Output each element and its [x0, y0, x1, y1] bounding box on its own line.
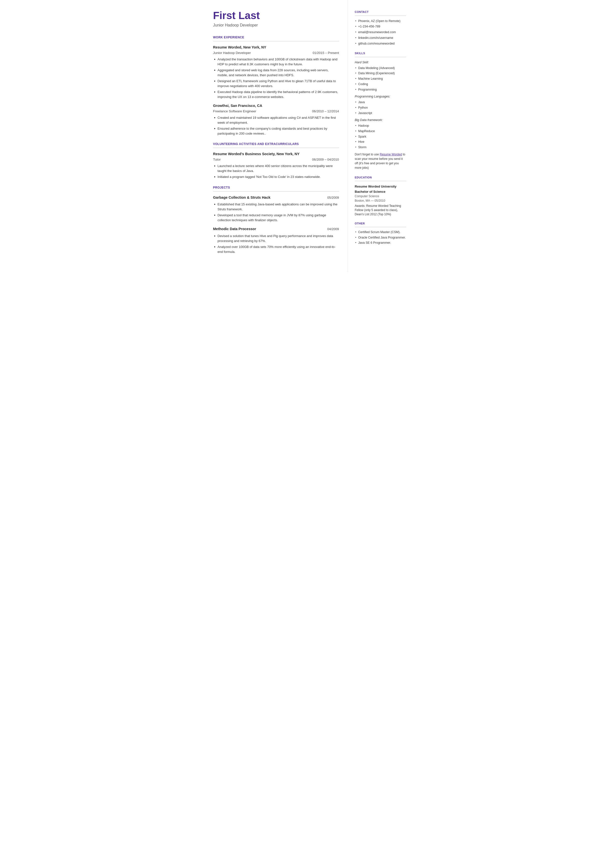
- skills-divider: [355, 57, 406, 57]
- volunteer-1-bullets: Launched a lecture series where 400 seni…: [213, 163, 339, 179]
- job-title: Junior Hadoop Developer: [213, 22, 339, 28]
- bullet: Aggregated and stored web log data from …: [213, 68, 339, 78]
- project-2-name-line: Methodic Data Processor 04/2009: [213, 227, 339, 232]
- contact-item: +1-234-456-789: [355, 24, 406, 29]
- job-2: Growthsi, San Francisco, CA Freelance So…: [213, 103, 339, 136]
- job-2-date: 06/2010 – 12/2014: [312, 109, 339, 114]
- bullet: Devised a solution that tunes Hive and P…: [213, 234, 339, 243]
- project-1-date: 05/2009: [327, 195, 339, 200]
- skill-item: Machine Learning: [355, 76, 406, 81]
- other-item: Certified Scrum Master (CSM).: [355, 230, 406, 234]
- job-1: Resume Worded, New York, NY Junior Hadoo…: [213, 45, 339, 99]
- other-section: OTHER Certified Scrum Master (CSM). Orac…: [355, 222, 406, 245]
- volunteer-1: Resume Worded's Business Society, New Yo…: [213, 151, 339, 179]
- bullet: Created and maintained 19 software appli…: [213, 115, 339, 125]
- skill-item: Coding: [355, 82, 406, 87]
- project-2: Methodic Data Processor 04/2009 Devised …: [213, 227, 339, 254]
- projects-section: PROJECTS Garbage Collection & Struts Hac…: [213, 185, 339, 255]
- job-1-date: 01/2015 – Present: [313, 50, 339, 56]
- job-2-role: Freelance Software Engineer: [213, 109, 256, 114]
- skills-title: SKILLS: [355, 51, 406, 56]
- contact-item: Phoenix, AZ (Open to Remote): [355, 19, 406, 23]
- work-experience-title: WORK EXPERIENCE: [213, 35, 339, 40]
- employer-2-name: Growthsi, San Francisco, CA: [213, 103, 339, 109]
- employer-1-name: Resume Worded, New York, NY: [213, 45, 339, 50]
- contact-section: CONTACT Phoenix, AZ (Open to Remote) +1-…: [355, 10, 406, 46]
- project-1-name: Garbage Collection & Struts Hack: [213, 195, 271, 200]
- big-data-list: Hadoop MapReduce Spark Hive Storm: [355, 123, 406, 150]
- bullet: Established that 15 existing Java-based …: [213, 202, 339, 211]
- name: First Last: [213, 10, 339, 21]
- bullet: Ensured adherence to the company's codin…: [213, 126, 339, 136]
- skill-item: Data Modeling (Advanced): [355, 66, 406, 70]
- big-data-label: Big Data framework:: [355, 118, 406, 123]
- bullet: Initiated a program tagged 'Not Too Old …: [213, 174, 339, 179]
- resume-page: First Last Junior Hadoop Developer WORK …: [202, 0, 412, 272]
- edu-institution: Resume Worded University: [355, 184, 406, 189]
- education-section: EDUCATION Resume Worded University Bache…: [355, 175, 406, 216]
- volunteering-title: VOLUNTEERING ACTIVITIES AND EXTRACURRICU…: [213, 142, 339, 146]
- project-1-name-line: Garbage Collection & Struts Hack 05/2009: [213, 195, 339, 201]
- education-title: EDUCATION: [355, 175, 406, 180]
- project-1-bullets: Established that 15 existing Java-based …: [213, 202, 339, 222]
- skill-item: Data Mining (Experienced): [355, 71, 406, 76]
- volunteer-1-date: 06/2009 – 04/2010: [312, 157, 339, 162]
- contact-title: CONTACT: [355, 10, 406, 14]
- skill-item: Hadoop: [355, 123, 406, 128]
- skill-item: Storm: [355, 145, 406, 150]
- other-item: Java SE 6 Programmer.: [355, 241, 406, 245]
- contact-item: linkedin.com/in/username: [355, 36, 406, 40]
- edu-degree: Bachelor of Science: [355, 189, 406, 194]
- project-2-name: Methodic Data Processor: [213, 227, 256, 232]
- skill-item: Spark: [355, 134, 406, 139]
- hard-skills-list: Data Modeling (Advanced) Data Mining (Ex…: [355, 66, 406, 92]
- job-2-role-line: Freelance Software Engineer 06/2010 – 12…: [213, 109, 339, 114]
- skill-item: Programming: [355, 87, 406, 92]
- skill-item: MapReduce: [355, 129, 406, 134]
- education-divider: [355, 181, 406, 181]
- skill-item: Python: [355, 106, 406, 110]
- prog-lang-label: Programming Languages:: [355, 94, 406, 99]
- work-experience-section: WORK EXPERIENCE Resume Worded, New York,…: [213, 35, 339, 136]
- right-column: CONTACT Phoenix, AZ (Open to Remote) +1-…: [348, 0, 412, 272]
- job-1-bullets: Analyzed the transaction behaviors and 1…: [213, 57, 339, 99]
- resume-worded-link[interactable]: Resume Worded: [380, 153, 402, 156]
- project-2-bullets: Devised a solution that tunes Hive and P…: [213, 234, 339, 254]
- volunteer-1-name: Resume Worded's Business Society, New Yo…: [213, 151, 339, 157]
- edu-awards: Awards: Resume Worded Teaching Fellow (o…: [355, 204, 406, 216]
- bullet: Developed a tool that reduced memory usa…: [213, 213, 339, 222]
- project-2-date: 04/2009: [327, 227, 339, 231]
- skills-section: SKILLS Hard Skill: Data Modeling (Advanc…: [355, 51, 406, 170]
- edu-field: Computer Science: [355, 194, 406, 199]
- resume-worded-note: Don't forget to use Resume Worded to sca…: [355, 152, 406, 170]
- project-1: Garbage Collection & Struts Hack 05/2009…: [213, 195, 339, 223]
- contact-item: github.com/resumeworded: [355, 41, 406, 46]
- skill-item: Java: [355, 100, 406, 105]
- bullet: Launched a lecture series where 400 seni…: [213, 163, 339, 173]
- contact-divider: [355, 16, 406, 16]
- other-title: OTHER: [355, 222, 406, 226]
- volunteer-1-role-line: Tutor 06/2009 – 04/2010: [213, 157, 339, 162]
- other-item: Oracle Certified Java Programmer.: [355, 236, 406, 240]
- contact-item: email@resumeworded.com: [355, 30, 406, 35]
- edu-date: Boston, MA — 05/2010: [355, 199, 406, 203]
- volunteering-section: VOLUNTEERING ACTIVITIES AND EXTRACURRICU…: [213, 142, 339, 179]
- other-list: Certified Scrum Master (CSM). Oracle Cer…: [355, 230, 406, 245]
- bullet: Designed an ETL framework using Python a…: [213, 79, 339, 89]
- projects-title: PROJECTS: [213, 185, 339, 190]
- hard-skill-label: Hard Skill:: [355, 60, 406, 65]
- bullet: Analyzed over 100GB of data sets 70% mor…: [213, 244, 339, 254]
- bullet: Executed Hadoop data pipeline to identif…: [213, 90, 339, 99]
- other-divider: [355, 227, 406, 227]
- left-column: First Last Junior Hadoop Developer WORK …: [202, 0, 348, 272]
- skill-item: Javascript: [355, 111, 406, 116]
- skill-item: Hive: [355, 140, 406, 144]
- job-2-bullets: Created and maintained 19 software appli…: [213, 115, 339, 136]
- job-1-role: Junior Hadoop Developer: [213, 50, 251, 56]
- prog-langs-list: Java Python Javascript: [355, 100, 406, 115]
- job-1-role-line: Junior Hadoop Developer 01/2015 – Presen…: [213, 50, 339, 56]
- bullet: Analyzed the transaction behaviors and 1…: [213, 57, 339, 67]
- volunteer-1-role: Tutor: [213, 157, 221, 162]
- contact-list: Phoenix, AZ (Open to Remote) +1-234-456-…: [355, 19, 406, 46]
- note-pre: Don't forget to use: [355, 153, 380, 156]
